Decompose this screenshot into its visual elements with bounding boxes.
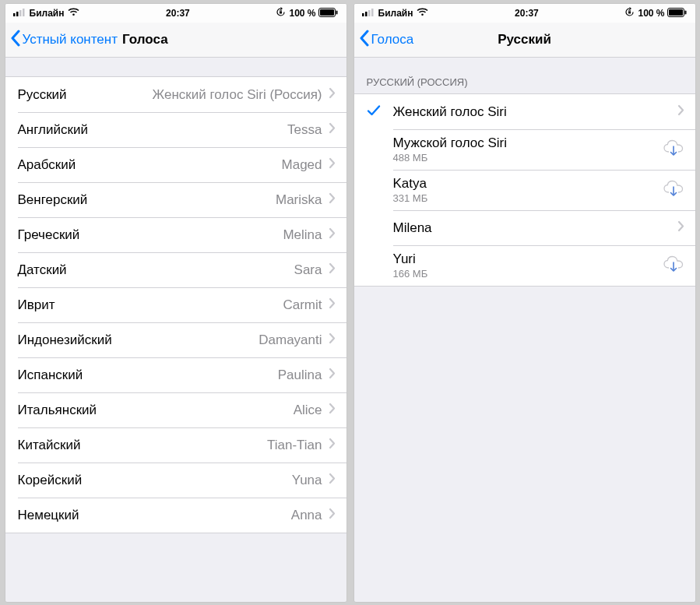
svg-rect-17 (685, 10, 687, 14)
svg-rect-0 (13, 13, 16, 16)
language-row[interactable]: РусскийЖенский голос Siri (Россия) (5, 77, 346, 112)
carrier-text: Билайн (30, 8, 65, 19)
chevron-right-icon (329, 473, 336, 487)
chevron-right-icon (329, 227, 336, 242)
language-row[interactable]: КорейскийYuna (5, 463, 346, 498)
svg-point-13 (422, 14, 424, 16)
back-button[interactable]: Устный контент (5, 30, 118, 51)
nav-bar: Устный контент Голоса (5, 23, 346, 58)
voice-title: Мужской голос Siri (393, 135, 507, 151)
voice-title: Katya (393, 176, 428, 192)
chevron-left-icon (359, 30, 370, 51)
svg-rect-12 (371, 9, 374, 16)
wifi-icon (68, 8, 79, 19)
language-row[interactable]: АнглийскийTessa (5, 112, 346, 147)
chevron-right-icon (329, 87, 336, 102)
language-name: Индонезийский (18, 332, 112, 348)
svg-rect-11 (368, 10, 371, 16)
language-row[interactable]: АрабскийMaged (5, 147, 346, 182)
voice-name: Carmit (283, 297, 322, 313)
svg-rect-16 (669, 9, 683, 16)
download-icon[interactable] (663, 139, 684, 160)
voice-name: Anna (291, 508, 322, 523)
svg-rect-2 (19, 10, 22, 16)
language-name: Датский (18, 262, 67, 278)
voice-size: 331 МБ (393, 192, 428, 204)
chevron-right-icon (329, 157, 336, 172)
voice-name: Sara (294, 262, 322, 278)
svg-rect-10 (365, 12, 368, 16)
chevron-right-icon (329, 508, 336, 522)
language-name: Иврит (18, 297, 55, 313)
battery-icon (318, 8, 338, 19)
language-row[interactable]: ИтальянскийAlice (5, 392, 346, 427)
voice-name: Melina (283, 227, 322, 243)
battery-icon (667, 8, 687, 19)
language-row[interactable]: ГреческийMelina (5, 217, 346, 252)
chevron-left-icon (10, 30, 21, 51)
svg-point-4 (73, 14, 76, 16)
voice-name: Tian-Tian (267, 438, 322, 453)
chevron-right-icon (329, 297, 336, 312)
svg-rect-7 (320, 9, 334, 16)
voice-row[interactable]: Женский голос Siri (354, 94, 695, 129)
chevron-right-icon (329, 332, 336, 347)
voice-name: Paulina (278, 368, 322, 383)
orientation-lock-icon (624, 7, 635, 19)
language-row[interactable]: ИндонезийскийDamayanti (5, 322, 346, 357)
voice-title: Yuri (393, 251, 428, 267)
download-icon[interactable] (663, 180, 684, 200)
language-list: РусскийЖенский голос Siri (Россия)Англий… (5, 76, 346, 533)
battery-percent: 100 % (638, 8, 664, 19)
voice-row[interactable]: Yuri166 МБ (354, 245, 695, 286)
nav-title: Голоса (122, 32, 168, 47)
voice-row[interactable]: Katya331 МБ (354, 170, 695, 210)
language-row[interactable]: ВенгерскийMariska (5, 182, 346, 217)
voice-name: Mariska (276, 192, 322, 208)
svg-rect-5 (280, 12, 282, 14)
selection-indicator (367, 104, 393, 120)
signal-icon (13, 8, 26, 19)
language-name: Корейский (18, 473, 83, 488)
language-row[interactable]: ИвритCarmit (5, 287, 346, 322)
chevron-right-icon (677, 104, 684, 119)
language-row[interactable]: ИспанскийPaulina (5, 357, 346, 392)
svg-rect-1 (16, 12, 19, 16)
language-row[interactable]: НемецкийAnna (5, 498, 346, 533)
back-button[interactable]: Голоса (354, 30, 414, 51)
language-name: Русский (18, 87, 67, 103)
section-header: РУССКИЙ (РОССИЯ) (354, 58, 695, 93)
language-name: Арабский (18, 157, 76, 173)
signal-icon (362, 8, 375, 19)
svg-rect-14 (628, 12, 631, 14)
nav-bar: Голоса Русский (354, 23, 695, 58)
voice-name: Maged (282, 157, 322, 173)
voice-row[interactable]: Мужской голос Siri488 МБ (354, 129, 695, 170)
voice-row[interactable]: Milena (354, 210, 695, 245)
voice-name: Tessa (287, 122, 322, 138)
back-label: Устный контент (23, 32, 118, 47)
chevron-right-icon (329, 368, 336, 382)
svg-rect-9 (362, 13, 364, 16)
language-name: Венгерский (18, 192, 88, 208)
chevron-right-icon (329, 122, 336, 137)
chevron-right-icon (329, 403, 336, 417)
clock-text: 20:37 (515, 8, 539, 19)
language-row[interactable]: ДатскийSara (5, 252, 346, 287)
voice-size: 488 МБ (393, 152, 507, 164)
voice-list: Женский голос SiriМужской голос Siri488 … (354, 93, 695, 287)
phone-voices: Билайн 20:37 100 % Устный контент Голоса… (5, 3, 347, 603)
download-icon[interactable] (663, 255, 684, 276)
svg-rect-3 (23, 9, 25, 16)
wifi-icon (417, 8, 428, 19)
voice-name: Alice (294, 403, 322, 418)
language-row[interactable]: КитайскийTian-Tian (5, 427, 346, 463)
language-name: Испанский (18, 368, 83, 383)
orientation-lock-icon (276, 7, 286, 19)
carrier-text: Билайн (378, 8, 413, 19)
chevron-right-icon (329, 262, 336, 277)
svg-rect-8 (336, 10, 338, 14)
chevron-right-icon (329, 192, 336, 207)
voice-name: Damayanti (259, 332, 322, 348)
battery-percent: 100 % (289, 8, 315, 19)
